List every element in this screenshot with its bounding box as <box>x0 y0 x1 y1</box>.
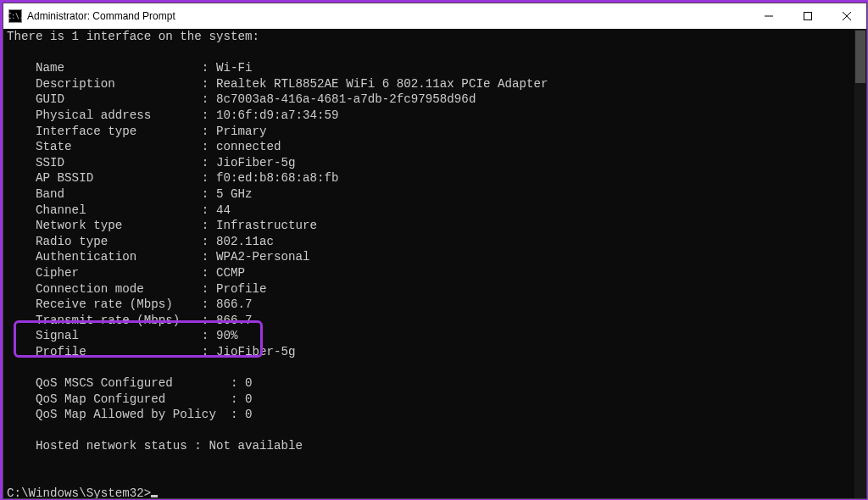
terminal-line <box>7 423 866 439</box>
terminal-area[interactable]: There is 1 interface on the system: Name… <box>3 29 866 498</box>
close-button[interactable] <box>827 3 866 29</box>
svg-rect-1 <box>804 13 812 20</box>
terminal-line: SSID : JioFiber-5g <box>7 155 866 171</box>
terminal-line: There is 1 interface on the system: <box>7 29 866 45</box>
terminal-line: Channel : 44 <box>7 203 866 219</box>
terminal-line: Interface type : Primary <box>7 124 866 140</box>
minimize-button[interactable] <box>749 3 788 29</box>
terminal-line: GUID : 8c7003a8-416a-4681-a7db-2fc97958d… <box>7 92 866 108</box>
terminal-line <box>7 45 866 61</box>
terminal-line <box>7 454 866 470</box>
terminal-line: Hosted network status : Not available <box>7 438 866 454</box>
terminal-line: Description : Realtek RTL8852AE WiFi 6 8… <box>7 76 866 92</box>
terminal-line: Band : 5 GHz <box>7 186 866 203</box>
terminal-line: Transmit rate (Mbps) : 866.7 <box>7 313 866 329</box>
window-title: Administrator: Command Prompt <box>27 10 175 22</box>
terminal-line: Signal : 90% <box>7 328 866 344</box>
scrollbar-thumb[interactable] <box>855 31 865 83</box>
command-prompt-window: C:\. Administrator: Command Prompt There… <box>3 3 867 499</box>
prompt-line[interactable]: C:\Windows\System32> <box>7 486 866 498</box>
titlebar[interactable]: C:\. Administrator: Command Prompt <box>3 3 866 29</box>
terminal-line: Receive rate (Mbps) : 866.7 <box>7 297 866 313</box>
cmd-icon: C:\. <box>8 9 22 23</box>
terminal-line: QoS MSCS Configured : 0 <box>7 375 866 392</box>
terminal-line: Network type : Infrastructure <box>7 218 866 234</box>
terminal-line: QoS Map Configured : 0 <box>7 392 866 408</box>
terminal-line <box>7 359 866 375</box>
terminal-line: Connection mode : Profile <box>7 281 866 297</box>
scrollbar[interactable] <box>854 29 866 498</box>
terminal-line: Cipher : CCMP <box>7 265 866 281</box>
terminal-line: Profile : JioFiber-5g <box>7 344 866 360</box>
terminal-line: Authentication : WPA2-Personal <box>7 249 866 265</box>
terminal-line: Radio type : 802.11ac <box>7 234 866 250</box>
terminal-line: Name : Wi-Fi <box>7 60 866 76</box>
maximize-button[interactable] <box>788 3 827 29</box>
terminal-line: AP BSSID : f0:ed:b8:68:a8:fb <box>7 170 866 186</box>
terminal-line: State : connected <box>7 139 866 155</box>
terminal-output: There is 1 interface on the system: Name… <box>3 29 866 498</box>
cursor <box>151 495 158 497</box>
terminal-line <box>7 470 866 486</box>
terminal-line: Physical address : 10:6f:d9:a7:34:59 <box>7 108 866 124</box>
terminal-line: QoS Map Allowed by Policy : 0 <box>7 407 866 423</box>
